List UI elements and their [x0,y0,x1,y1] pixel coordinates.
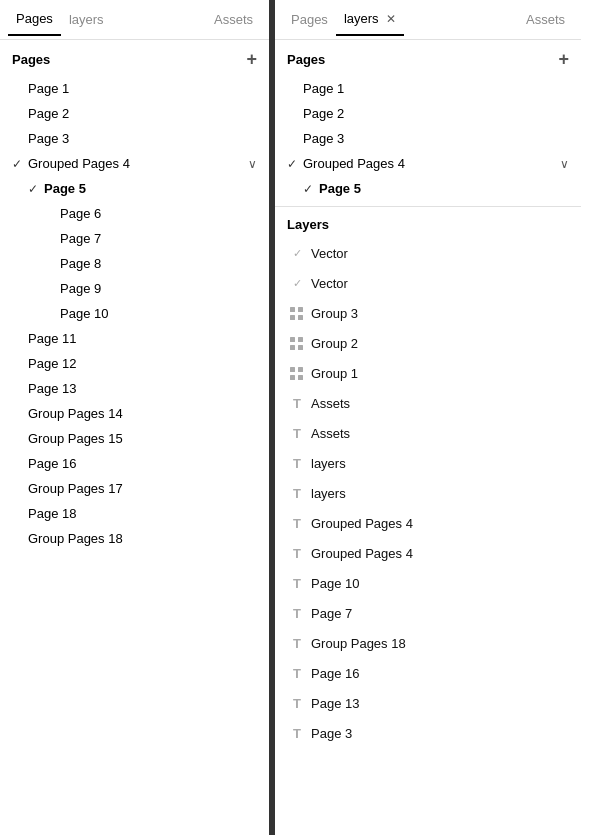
right-check-gp4: ✓ [287,157,303,171]
layer-label-vector1: Vector [311,246,348,261]
right-check-page5: ✓ [303,182,319,196]
left-label-gp15: Group Pages 15 [28,431,257,446]
left-label-page1: Page 1 [28,81,257,96]
left-tab-assets[interactable]: Assets [206,4,261,35]
layer-item-assets2[interactable]: T Assets [275,418,581,448]
layer-label-group3: Group 3 [311,306,358,321]
left-page-item-page11[interactable]: Page 11 [0,326,269,351]
layer-item-layers1[interactable]: T layers [275,448,581,478]
left-page-item-page7[interactable]: Page 7 [0,226,269,251]
grid-icon-group3 [287,303,307,323]
layer-item-group3[interactable]: Group 3 [275,298,581,328]
right-tab-pages[interactable]: Pages [283,4,336,35]
layer-item-assets1[interactable]: T Assets [275,388,581,418]
layer-item-page3[interactable]: T Page 3 [275,718,581,748]
right-label-page1: Page 1 [303,81,569,96]
left-page-item-page12[interactable]: Page 12 [0,351,269,376]
left-label-page7: Page 7 [60,231,257,246]
right-chevron-gp4[interactable]: ∨ [560,157,569,171]
left-page-item-page5[interactable]: ✓ Page 5 [0,176,269,201]
layer-item-page13[interactable]: T Page 13 [275,688,581,718]
right-pages-header: Pages + [275,40,581,76]
left-page-item-page2[interactable]: Page 2 [0,101,269,126]
layer-label-assets1: Assets [311,396,350,411]
left-check-gp4: ✓ [12,157,28,171]
left-label-gp17: Group Pages 17 [28,481,257,496]
layer-label-vector2: Vector [311,276,348,291]
left-label-page9: Page 9 [60,281,257,296]
right-add-page-button[interactable]: + [558,50,569,68]
layer-item-vector1[interactable]: ✓ Vector [275,238,581,268]
left-label-page11: Page 11 [28,331,257,346]
text-icon-page10: T [287,573,307,593]
left-label-page10: Page 10 [60,306,257,321]
left-page-item-page6[interactable]: Page 6 [0,201,269,226]
left-page-item-page8[interactable]: Page 8 [0,251,269,276]
left-page-item-page18[interactable]: Page 18 [0,501,269,526]
layer-item-page7[interactable]: T Page 7 [275,598,581,628]
layer-item-gp18[interactable]: T Group Pages 18 [275,628,581,658]
right-page-item-page5[interactable]: ✓ Page 5 [275,176,581,206]
left-page-item-gp17[interactable]: Group Pages 17 [0,476,269,501]
left-label-page8: Page 8 [60,256,257,271]
layer-label-gp18: Group Pages 18 [311,636,406,651]
text-icon-gp4-1: T [287,513,307,533]
text-icon-assets1: T [287,393,307,413]
check-icon-vector2: ✓ [287,273,307,293]
left-page-item-gp18[interactable]: Group Pages 18 [0,526,269,551]
layer-label-layers2: layers [311,486,346,501]
left-tab-layers[interactable]: layers [61,4,112,35]
left-add-page-button[interactable]: + [246,50,257,68]
right-tab-layers-close[interactable]: ✕ [386,12,396,26]
right-page-item-page3[interactable]: Page 3 [275,126,581,151]
right-page-item-page1[interactable]: Page 1 [275,76,581,101]
layer-label-page7: Page 7 [311,606,352,621]
left-chevron-gp4[interactable]: ∨ [248,157,257,171]
left-page-item-page3[interactable]: Page 3 [0,126,269,151]
left-page-item-page16[interactable]: Page 16 [0,451,269,476]
layer-label-page16: Page 16 [311,666,359,681]
text-icon-layers2: T [287,483,307,503]
layer-label-group1: Group 1 [311,366,358,381]
right-label-page2: Page 2 [303,106,569,121]
right-tab-assets[interactable]: Assets [518,4,573,35]
right-page-item-page2[interactable]: Page 2 [275,101,581,126]
left-label-gp14: Group Pages 14 [28,406,257,421]
left-page-item-page13[interactable]: Page 13 [0,376,269,401]
layer-item-gp4-2[interactable]: T Grouped Pages 4 [275,538,581,568]
right-tab-layers[interactable]: layers ✕ [336,3,404,36]
left-pages-header: Pages + [0,40,269,76]
right-page-item-gp4[interactable]: ✓ Grouped Pages 4 ∨ [275,151,581,176]
right-tab-layers-label: layers [344,11,379,26]
left-page-item-gp4[interactable]: ✓ Grouped Pages 4 ∨ [0,151,269,176]
layer-label-gp4-1: Grouped Pages 4 [311,516,413,531]
layer-item-group1[interactable]: Group 1 [275,358,581,388]
text-icon-page13: T [287,693,307,713]
left-tab-pages[interactable]: Pages [8,3,61,36]
left-label-page2: Page 2 [28,106,257,121]
layer-item-gp4-1[interactable]: T Grouped Pages 4 [275,508,581,538]
left-tab-bar: Pages layers Assets [0,0,269,40]
left-page-item-gp15[interactable]: Group Pages 15 [0,426,269,451]
layer-item-vector2[interactable]: ✓ Vector [275,268,581,298]
text-icon-gp4-2: T [287,543,307,563]
left-label-gp4: Grouped Pages 4 [28,156,248,171]
layer-item-page16[interactable]: T Page 16 [275,658,581,688]
layer-label-assets2: Assets [311,426,350,441]
left-page-item-page1[interactable]: Page 1 [0,76,269,101]
left-page-item-page10[interactable]: Page 10 [0,301,269,326]
layer-item-page10[interactable]: T Page 10 [275,568,581,598]
right-label-page5: Page 5 [319,181,569,196]
left-page-list: Page 1 Page 2 Page 3 ✓ Grouped Pages 4 ∨… [0,76,269,835]
layer-item-group2[interactable]: Group 2 [275,328,581,358]
left-label-gp18: Group Pages 18 [28,531,257,546]
left-page-item-gp14[interactable]: Group Pages 14 [0,401,269,426]
left-label-page18: Page 18 [28,506,257,521]
layer-item-layers2[interactable]: T layers [275,478,581,508]
left-page-item-page9[interactable]: Page 9 [0,276,269,301]
right-layer-list: ✓ Vector ✓ Vector Group 3 Group 2 [275,238,581,835]
right-panel: Pages layers ✕ Assets Pages + Page 1 Pag… [275,0,581,835]
left-label-page3: Page 3 [28,131,257,146]
left-check-page5: ✓ [28,182,44,196]
left-label-page16: Page 16 [28,456,257,471]
